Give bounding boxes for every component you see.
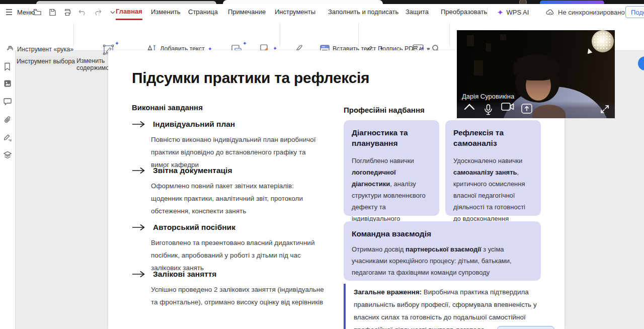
- background-detail: [486, 43, 491, 51]
- bookmarks-icon[interactable]: [4, 62, 12, 71]
- ai-sparkle-icon: ✦: [243, 40, 247, 47]
- menu-tab-convert[interactable]: Преобразовать: [441, 4, 487, 20]
- summary-note: Загальне враження: Виробнича практика пі…: [344, 284, 540, 329]
- achievement-card: Рефлексія та самоаналіз Удосконалено нав…: [445, 120, 541, 216]
- menu-tab-page[interactable]: Страница: [188, 4, 218, 20]
- menu-tab-tools[interactable]: Инструменты: [275, 4, 315, 20]
- achievement-card-wide: Командна взаємодія Отримано досвід партн…: [344, 221, 541, 281]
- ai-sparkle-icon: ✦: [115, 40, 119, 47]
- microphone-icon[interactable]: [484, 104, 495, 115]
- task-body: Оформлено повний пакет звітних матеріалі…: [151, 180, 326, 217]
- right-section-heading: Професійні надбання: [344, 106, 425, 114]
- menu-tab-home[interactable]: Главная: [116, 4, 142, 20]
- task-body: Повністю виконано індивідуальний план ви…: [151, 133, 326, 171]
- task-title: Звітна документація: [153, 166, 232, 175]
- task-title: Авторський посібник: [153, 223, 235, 232]
- menu-tab-protect[interactable]: Защита: [406, 4, 429, 20]
- background-detail: [474, 60, 483, 75]
- divider: [449, 23, 450, 47]
- arrow-right-icon: [132, 271, 145, 278]
- wps-ai-label: WPS AI: [507, 9, 529, 16]
- signature-panel-icon[interactable]: [4, 133, 12, 142]
- cloud-sync-icon: [545, 7, 555, 17]
- share-screen-icon[interactable]: [521, 104, 532, 115]
- open-folder-icon[interactable]: [32, 7, 42, 17]
- achievement-card: Діагностика та планування Поглиблено нав…: [344, 120, 439, 216]
- redo-icon[interactable]: [93, 7, 103, 17]
- collapse-chevron-up-icon[interactable]: [464, 103, 475, 114]
- card-title: Командна взаємодія: [352, 229, 533, 239]
- bottom-blue-widget[interactable]: [497, 326, 554, 329]
- main-menu-button[interactable]: Меню: [4, 4, 35, 20]
- task-title: Індивідуальний план: [153, 120, 235, 129]
- task-item: Звітна документація Оформлено повний пак…: [132, 166, 326, 217]
- card-title: Рефлексія та самоаналіз: [453, 128, 533, 149]
- print-icon[interactable]: [62, 7, 72, 17]
- menu-tab-edit[interactable]: Изменить: [151, 4, 181, 20]
- menu-bar: Меню Главная Изменить Страница Примечани…: [0, 4, 644, 20]
- layers-icon[interactable]: [4, 151, 12, 159]
- disco-ball: [592, 30, 614, 52]
- active-tab[interactable]: [223, 0, 383, 4]
- attachments-icon[interactable]: [4, 116, 12, 124]
- divider: [99, 8, 99, 17]
- thumbnails-icon[interactable]: [4, 79, 12, 88]
- task-item: Індивідуальний план Повністю виконано ін…: [132, 120, 326, 171]
- task-body: Виготовлено та презентовано власний дида…: [151, 236, 326, 274]
- wps-ai-sparkle-icon: ✦: [497, 9, 504, 16]
- divider: [28, 8, 29, 17]
- sync-status[interactable]: Не синхронизировано: [545, 4, 625, 20]
- video-controls-bar: [457, 101, 615, 118]
- camera-icon[interactable]: [501, 103, 512, 114]
- left-panel-sidebar: [0, 50, 16, 329]
- hamburger-icon: [4, 7, 14, 17]
- background-detail: [467, 35, 474, 46]
- task-item: Залікові заняття Успішно проведено 2 зал…: [132, 270, 326, 308]
- card-body: Удосконалено навички самоаналізу занять,…: [453, 155, 533, 224]
- divider: [280, 23, 280, 47]
- light-flare: [586, 48, 593, 54]
- participant-hair-top: [513, 54, 559, 80]
- task-item: Авторський посібник Виготовлено та презе…: [132, 223, 326, 274]
- participant-name-label: Дарія Суровикіна: [462, 93, 514, 100]
- comments-icon[interactable]: [4, 98, 12, 106]
- undo-icon[interactable]: [77, 7, 88, 17]
- divider: [358, 23, 359, 47]
- arrow-right-icon: [132, 167, 145, 174]
- floating-assistant-button[interactable]: [638, 56, 644, 70]
- browser-tab-strip: [0, 0, 644, 4]
- menu-tab-comment[interactable]: Примечание: [228, 4, 266, 20]
- fullscreen-expand-icon[interactable]: [600, 104, 611, 115]
- divider: [487, 8, 488, 17]
- card-title: Діагностика та планування: [352, 128, 431, 149]
- wps-ai-button[interactable]: ✦ WPS AI: [497, 4, 529, 20]
- sync-status-label: Не синхронизировано: [558, 9, 625, 16]
- video-call-overlay[interactable]: Дарія Суровикіна: [457, 30, 615, 118]
- app-window: Меню Главная Изменить Страница Примечани…: [0, 0, 644, 329]
- arrow-right-icon: [132, 121, 145, 128]
- share-button[interactable]: Поделиться: [625, 6, 644, 18]
- left-section-heading: Виконані завдання: [132, 103, 203, 112]
- task-title: Залікові заняття: [153, 270, 216, 279]
- background-detail: [500, 34, 506, 40]
- arrow-right-icon: [132, 224, 145, 231]
- page-title: Підсумки практики та рефлексія: [132, 69, 369, 87]
- task-body: Успішно проведено 2 залікових заняття (і…: [151, 283, 326, 308]
- card-body: Отримано досвід партнерської взаємодії з…: [352, 243, 533, 278]
- divider: [73, 23, 74, 47]
- save-icon[interactable]: [47, 7, 57, 17]
- menu-tab-fill-sign[interactable]: Заполнить и подписать: [328, 4, 398, 20]
